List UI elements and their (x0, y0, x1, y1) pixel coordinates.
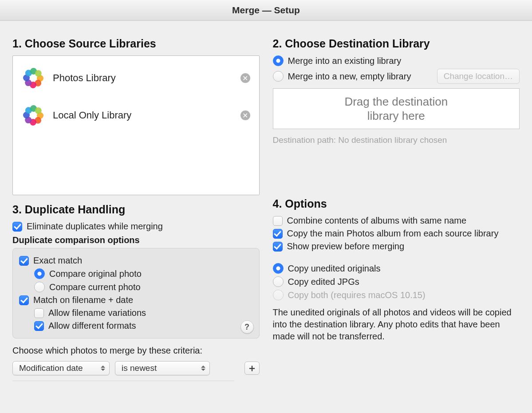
merge-new-label: Merge into a new, empty library (288, 71, 411, 82)
allow-different-formats-checkbox[interactable] (34, 321, 44, 331)
copy-both-radio (273, 290, 284, 300)
list-item[interactable]: Photos Library ✕ (13, 59, 259, 97)
stepper-icon (201, 366, 206, 371)
compare-original-label: Compare original photo (49, 269, 142, 279)
stepper-icon (100, 366, 106, 371)
help-button[interactable]: ? (240, 320, 254, 334)
criteria-label: Choose which photos to merge by these cr… (12, 346, 260, 356)
criteria-field-value: Modification date (19, 363, 83, 373)
photos-library-icon (22, 67, 45, 90)
section-3-heading: 3. Duplicate Handling (12, 203, 260, 216)
copy-edited-label: Copy edited JPGs (288, 277, 359, 287)
comparison-options-heading: Duplicate comparison options (12, 235, 260, 245)
eliminate-duplicates-checkbox[interactable] (12, 222, 22, 232)
close-icon: ✕ (242, 74, 248, 83)
list-item[interactable]: Local Only Library ✕ (13, 97, 259, 134)
copy-unedited-radio[interactable] (273, 263, 284, 274)
section-2-heading: 2. Choose Destination Library (273, 37, 520, 50)
allow-different-formats-label: Allow different formats (48, 321, 136, 331)
window-title: Merge — Setup (0, 0, 532, 21)
compare-original-radio[interactable] (34, 268, 45, 279)
section-1-heading: 1. Choose Source Libraries (12, 37, 260, 50)
exact-match-checkbox[interactable] (19, 256, 29, 266)
comparison-options-panel: Exact match Compare original photo Compa… (12, 248, 260, 338)
copy-main-album-label: Copy the main Photos album from each sou… (287, 228, 499, 239)
compare-current-radio[interactable] (34, 282, 45, 292)
combine-albums-checkbox[interactable] (273, 216, 283, 226)
copy-edited-radio[interactable] (273, 276, 284, 287)
remove-library-button[interactable]: ✕ (240, 110, 250, 120)
right-column: 2. Choose Destination Library Merge into… (273, 34, 520, 413)
divider (12, 381, 234, 381)
criteria-op-value: is newest (122, 363, 157, 373)
exact-match-label: Exact match (33, 256, 82, 266)
change-location-button[interactable]: Change location… (437, 69, 520, 84)
allow-filename-variations-checkbox[interactable] (34, 308, 44, 318)
allow-filename-variations-label: Allow filename variations (48, 308, 146, 318)
options-explanation: The unedited originals of all photos and… (273, 307, 520, 342)
destination-drop-area[interactable]: Drag the destination library here (273, 88, 520, 129)
criteria-row: Modification date is newest ＋ (12, 361, 260, 375)
copy-both-label: Copy both (requires macOS 10.15) (288, 290, 426, 300)
match-filename-date-checkbox[interactable] (19, 295, 29, 305)
drop-hint-text: Drag the destination library here (344, 94, 448, 123)
plus-icon: ＋ (247, 362, 257, 375)
copy-main-album-checkbox[interactable] (273, 229, 283, 239)
destination-path-label: Destination path: No destination library… (273, 135, 520, 145)
add-criteria-button[interactable]: ＋ (244, 362, 260, 375)
left-column: 1. Choose Source Libraries Photos Librar… (12, 34, 260, 413)
library-name: Photos Library (53, 72, 233, 84)
close-icon: ✕ (242, 111, 248, 120)
compare-current-label: Compare current photo (49, 282, 141, 292)
eliminate-duplicates-label: Eliminate duplicates while merging (27, 221, 163, 232)
criteria-op-select[interactable]: is newest (115, 361, 210, 375)
content-area: 1. Choose Source Libraries Photos Librar… (0, 26, 532, 413)
remove-library-button[interactable]: ✕ (240, 73, 250, 83)
combine-albums-label: Combine contents of albums with same nam… (287, 216, 467, 226)
photos-library-icon (22, 104, 45, 127)
merge-setup-window: Merge — Setup 1. Choose Source Libraries… (0, 0, 532, 413)
help-icon: ? (244, 323, 249, 332)
show-preview-label: Show preview before merging (287, 241, 405, 252)
show-preview-checkbox[interactable] (273, 242, 283, 252)
criteria-field-select[interactable]: Modification date (12, 361, 110, 375)
source-libraries-list[interactable]: Photos Library ✕ Local Only Library ✕ (12, 55, 260, 195)
merge-existing-label: Merge into an existing library (288, 56, 402, 66)
merge-existing-radio[interactable] (273, 55, 284, 66)
copy-unedited-label: Copy unedited originals (288, 264, 381, 274)
library-name: Local Only Library (53, 110, 233, 121)
section-4-heading: 4. Options (273, 197, 520, 210)
match-filename-date-label: Match on filename + date (33, 295, 133, 305)
merge-new-radio[interactable] (273, 71, 284, 82)
